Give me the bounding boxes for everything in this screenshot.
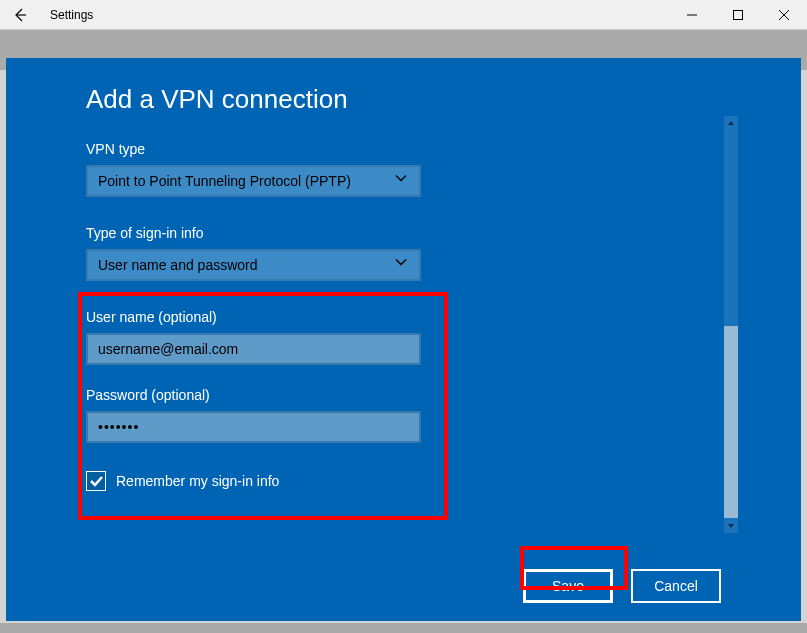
signin-type-value: User name and password [98,257,258,273]
username-field[interactable] [98,341,409,357]
back-button[interactable] [0,0,40,30]
chevron-down-icon [395,171,407,187]
dialog-title: Add a VPN connection [86,84,721,115]
username-input[interactable] [86,333,421,365]
titlebar: Settings [0,0,807,30]
window-title: Settings [50,8,669,22]
username-label: User name (optional) [86,309,431,325]
svg-rect-0 [734,10,743,19]
vpn-type-value: Point to Point Tunneling Protocol (PPTP) [98,173,351,189]
scroll-down-icon[interactable] [724,519,738,533]
password-input[interactable]: ••••••• [86,411,421,443]
vpn-dialog: Add a VPN connection VPN type Point to P… [6,58,801,621]
vpn-type-label: VPN type [86,141,431,157]
check-icon [89,474,103,488]
scroll-up-icon[interactable] [724,116,738,130]
cancel-button[interactable]: Cancel [631,569,721,603]
password-field[interactable]: ••••••• [98,419,139,435]
scroll-thumb[interactable] [724,326,738,518]
chevron-down-icon [395,255,407,271]
save-button[interactable]: Save [523,569,613,603]
remember-label: Remember my sign-in info [116,473,279,489]
maximize-button[interactable] [715,0,761,30]
remember-checkbox[interactable] [86,471,106,491]
vpn-type-select[interactable]: Point to Point Tunneling Protocol (PPTP) [86,165,421,197]
signin-type-label: Type of sign-in info [86,225,431,241]
close-button[interactable] [761,0,807,30]
background-strip-bottom [0,623,807,633]
password-label: Password (optional) [86,387,431,403]
scrollbar[interactable] [724,116,738,533]
signin-type-select[interactable]: User name and password [86,249,421,281]
minimize-button[interactable] [669,0,715,30]
